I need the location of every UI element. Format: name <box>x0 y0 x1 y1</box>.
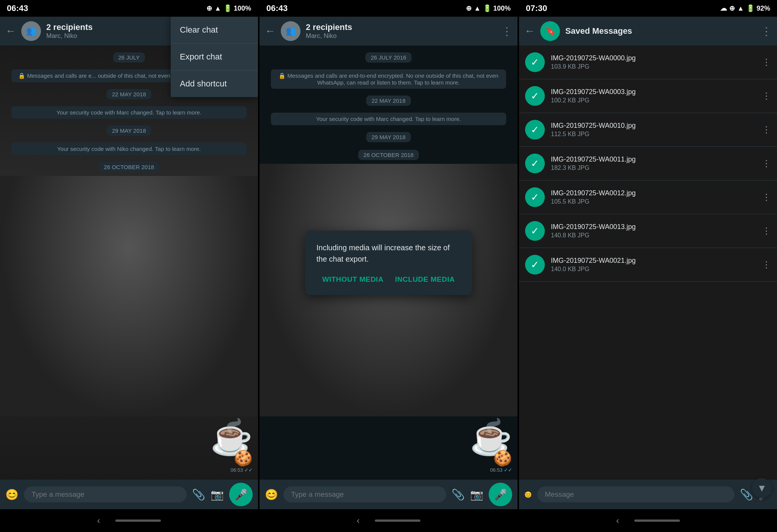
chat-header-2: ← 👥 2 recipients Marc, Niko ⋮ <box>260 17 517 46</box>
wifi-icon-1: ▲ <box>214 5 221 13</box>
back-button-1[interactable]: ← <box>5 25 16 37</box>
file-more-3[interactable]: ⋮ <box>762 158 771 169</box>
file-check-5: ✓ <box>525 221 545 241</box>
file-name-3: IMG-20190725-WA0011.jpg <box>551 155 635 163</box>
file-item-6[interactable]: ✓ IMG-20190725-WA0021.jpg 140.0 KB JPG ⋮ <box>519 248 777 282</box>
tick-icon-2: ✓✓ <box>504 467 512 473</box>
emoji-button-3[interactable]: 😊 <box>524 491 532 498</box>
attach-button-3[interactable]: 📎 <box>740 488 753 501</box>
input-bar-2: 😊 📎 📷 🎤 <box>260 480 517 509</box>
back-nav-2[interactable]: ‹ <box>357 515 360 526</box>
file-name-2: IMG-20190725-WA0010.jpg <box>551 122 635 130</box>
file-info-5: IMG-20190725-WA0013.jpg 140.8 KB JPG <box>551 223 635 239</box>
date-badge-1d: 26 OCTOBER 2018 <box>99 162 159 172</box>
cloud-icon-3: ☁ <box>720 4 727 13</box>
chat-body-1: 26 JULY 🔒 Messages and calls are e... ou… <box>0 46 258 480</box>
sticker-time-1: 06:53 ✓✓ <box>231 467 253 473</box>
emoji-button-1[interactable]: 😊 <box>5 488 19 501</box>
back-button-2[interactable]: ← <box>265 25 275 37</box>
menu-button-2[interactable]: ⋮ <box>502 25 512 38</box>
date-badge-2c: 29 MAY 2018 <box>366 132 411 142</box>
file-item-0[interactable]: ✓ IMG-20190725-WA0000.jpg 103.9 KB JPG ⋮ <box>519 46 777 79</box>
sticker-time-2: 06:53 ✓✓ <box>490 467 512 473</box>
file-name-5: IMG-20190725-WA0013.jpg <box>551 223 635 231</box>
file-more-6[interactable]: ⋮ <box>762 259 771 270</box>
sticker-area-1: ☕ 🍪 06:53 ✓✓ <box>5 420 253 473</box>
status-icons-3: ☁ ⊕ ▲ 🔋 92% <box>720 4 770 13</box>
battery-icon-3: 🔋 92% <box>746 4 770 13</box>
file-name-4: IMG-20190725-WA0012.jpg <box>551 189 635 197</box>
menu-button-3[interactable]: ⋮ <box>761 25 772 38</box>
chat-body-2: 26 JULY 2016 🔒 Messages and calls are en… <box>260 46 517 480</box>
input-bar-3: 😊 📎 🎤 <box>519 480 777 509</box>
date-badge-2a: 26 JULY 2016 <box>365 52 412 63</box>
system-msg-1b: Your security code with Marc changed. Ta… <box>11 106 247 119</box>
file-item-5[interactable]: ✓ IMG-20190725-WA0013.jpg 140.8 KB JPG ⋮ <box>519 214 777 248</box>
battery-icon-1: 🔋 100% <box>223 4 251 13</box>
dialog-text: Including media will increase the size o… <box>316 242 461 265</box>
file-check-4: ✓ <box>525 187 545 207</box>
message-input-1[interactable] <box>24 486 187 502</box>
status-icons-2: ⊕ ▲ 🔋 100% <box>466 4 511 13</box>
menu-item-export-chat[interactable]: Export chat <box>171 44 258 70</box>
without-media-button[interactable]: WITHOUT MEDIA <box>322 275 384 284</box>
sticker-area-2: ☕ 🍪 06:53 ✓✓ <box>265 420 512 473</box>
file-more-2[interactable]: ⋮ <box>762 124 771 135</box>
file-more-4[interactable]: ⋮ <box>762 192 771 202</box>
back-nav-3[interactable]: ‹ <box>616 515 619 526</box>
system-msg-2a: 🔒 Messages and calls are end-to-end encr… <box>271 69 506 89</box>
file-more-1[interactable]: ⋮ <box>762 91 771 101</box>
file-item-3[interactable]: ✓ IMG-20190725-WA0011.jpg 182.3 KB JPG ⋮ <box>519 147 777 180</box>
home-indicator-1[interactable] <box>115 519 161 522</box>
file-item-2[interactable]: ✓ IMG-20190725-WA0010.jpg 112.5 KB JPG ⋮ <box>519 113 777 147</box>
file-meta-2: 112.5 KB JPG <box>551 131 635 138</box>
message-input-2[interactable] <box>283 486 446 502</box>
file-list: ✓ IMG-20190725-WA0000.jpg 103.9 KB JPG ⋮… <box>519 46 777 480</box>
chat-title-3: Saved Messages <box>565 26 756 36</box>
tick-icon-1: ✓✓ <box>244 467 253 473</box>
file-more-5[interactable]: ⋮ <box>762 226 771 236</box>
scroll-down-button[interactable]: ▼ <box>752 478 772 498</box>
panel1: 06:43 ⊕ ▲ 🔋 100% ← 👥 2 recipients Marc, … <box>0 0 258 532</box>
chevron-down-icon: ▼ <box>757 482 767 494</box>
back-nav-1[interactable]: ‹ <box>97 515 100 526</box>
signal-icon-3: ⊕ <box>729 4 735 13</box>
wifi-icon-2: ▲ <box>474 5 481 13</box>
menu-item-add-shortcut[interactable]: Add shortcut <box>171 71 258 97</box>
home-indicator-3[interactable] <box>634 519 680 522</box>
status-icons-1: ⊕ ▲ 🔋 100% <box>206 4 251 13</box>
battery-icon-2: 🔋 100% <box>483 4 511 13</box>
home-indicator-2[interactable] <box>375 519 420 522</box>
file-info-0: IMG-20190725-WA0000.jpg 103.9 KB JPG <box>551 54 635 70</box>
emoji-button-2[interactable]: 😊 <box>265 488 278 501</box>
message-input-3[interactable] <box>537 486 735 502</box>
signal-icon-1: ⊕ <box>206 4 212 13</box>
chat-header-info-2: 2 recipients Marc, Niko <box>306 22 496 40</box>
time-3: 07:30 <box>526 3 547 13</box>
file-info-4: IMG-20190725-WA0012.jpg 105.5 KB JPG <box>551 189 635 205</box>
dialog-actions: WITHOUT MEDIA INCLUDE MEDIA <box>316 275 461 284</box>
mic-button-1[interactable]: 🎤 <box>229 483 253 506</box>
camera-button-2[interactable]: 📷 <box>470 488 483 501</box>
attach-button-1[interactable]: 📎 <box>192 488 205 501</box>
file-more-0[interactable]: ⋮ <box>762 57 771 67</box>
attach-button-2[interactable]: 📎 <box>451 488 465 501</box>
date-badge-1a: 26 JULY <box>113 52 145 63</box>
file-item-1[interactable]: ✓ IMG-20190725-WA0003.jpg 100.2 KB JPG ⋮ <box>519 79 777 113</box>
mic-button-2[interactable]: 🎤 <box>489 483 512 506</box>
menu-item-clear-chat[interactable]: Clear chat <box>171 17 258 43</box>
include-media-button[interactable]: INCLUDE MEDIA <box>395 275 455 284</box>
avatar-2: 👥 <box>281 21 300 41</box>
camera-button-1[interactable]: 📷 <box>211 488 224 501</box>
mic-icon-2: 🎤 <box>494 488 507 501</box>
avatar-3: 🔖 <box>540 21 560 41</box>
chat-header-info-3: Saved Messages <box>565 26 756 36</box>
file-meta-6: 140.0 KB JPG <box>551 266 635 273</box>
file-item-4[interactable]: ✓ IMG-20190725-WA0012.jpg 105.5 KB JPG ⋮ <box>519 180 777 214</box>
date-badge-1c: 29 MAY 2018 <box>107 126 151 136</box>
time-2: 06:43 <box>266 3 288 13</box>
mic-icon-1: 🎤 <box>234 488 248 501</box>
bottom-nav-3: ‹ <box>519 509 777 532</box>
file-name-0: IMG-20190725-WA0000.jpg <box>551 54 635 62</box>
back-button-3[interactable]: ← <box>524 25 535 37</box>
